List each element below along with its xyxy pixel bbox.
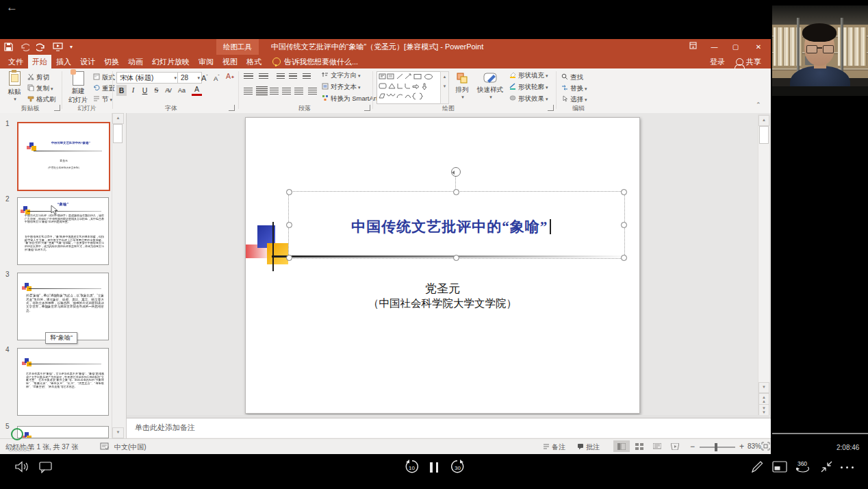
resize-handle-ne[interactable] xyxy=(621,189,627,195)
thumbnail-slide-4[interactable]: 艺术创作离不开“象喻”，文论评说也离不开“象喻”。“象喻”思维构成了文学审美批评… xyxy=(17,348,109,416)
rotate-360-icon[interactable]: 360 xyxy=(794,460,810,474)
resize-handle-n[interactable] xyxy=(453,189,459,195)
shrink-font-button[interactable]: Aˇ xyxy=(214,71,220,82)
text-direction-button[interactable]: 文字方向▾ xyxy=(322,71,361,80)
scrollbar-thumb[interactable] xyxy=(113,124,123,143)
minimize-button[interactable]: — xyxy=(704,39,725,55)
pause-button[interactable] xyxy=(430,462,438,473)
quick-styles-button[interactable]: 快速样式▾ xyxy=(475,72,505,100)
maximize-button[interactable]: ▢ xyxy=(725,39,746,55)
thumbnail-slide-1[interactable]: 中国传统文艺批评中的“象喻” 党圣元 （中国社会科学院大学文学院） xyxy=(17,122,110,191)
thumbnail-scrollbar[interactable]: ▲ ▼ xyxy=(112,113,123,438)
layout-button[interactable]: 版式▾ xyxy=(93,72,119,82)
comments-toggle-button[interactable]: 批注 xyxy=(577,442,600,452)
slide-author[interactable]: 党圣元 xyxy=(246,281,639,297)
clear-formatting-button[interactable]: A✦ xyxy=(226,71,235,82)
align-left-icon[interactable] xyxy=(244,88,253,95)
clipboard-dialog-launcher[interactable] xyxy=(54,105,60,111)
align-text-button[interactable]: 对齐文本▾ xyxy=(322,83,361,92)
forward-30-icon[interactable]: 30 xyxy=(450,460,465,475)
font-color-button[interactable]: A xyxy=(192,85,202,96)
zoom-out-button[interactable]: − xyxy=(690,442,695,451)
fit-to-window-icon[interactable] xyxy=(761,442,770,451)
spellcheck-icon[interactable] xyxy=(100,442,109,451)
resize-handle-se[interactable] xyxy=(621,255,627,261)
slide-title[interactable]: 中国传统文艺批评中的“象喻” xyxy=(280,217,622,236)
bold-button[interactable]: B xyxy=(116,85,127,96)
scroll-up-icon[interactable]: ▲ xyxy=(758,115,769,126)
resize-handle-nw[interactable] xyxy=(286,189,292,195)
decrease-indent-icon[interactable] xyxy=(277,73,285,80)
resize-handle-w[interactable] xyxy=(286,222,292,228)
tab-insert[interactable]: 插入 xyxy=(52,55,75,68)
resize-handle-e[interactable] xyxy=(621,222,627,228)
thumbnail-slide-2[interactable]: “象喻” 中国古代文论批评（或曰中国诗学）思想脉络滋生繁衍历久，涵容广大深厚，体… xyxy=(17,197,109,265)
volume-icon[interactable] xyxy=(15,461,30,473)
rotate-handle[interactable] xyxy=(451,167,461,177)
pen-icon[interactable] xyxy=(750,460,764,474)
font-dialog-launcher[interactable] xyxy=(229,105,235,111)
notes-toggle-button[interactable]: 备注 xyxy=(543,442,565,452)
font-name-combobox[interactable]: 宋体 (标题)▾ xyxy=(116,72,179,84)
tab-design[interactable]: 设计 xyxy=(76,55,99,68)
change-case-button[interactable]: Aa xyxy=(177,85,187,96)
format-painter-button[interactable]: 格式刷 xyxy=(27,94,56,104)
line-spacing-icon[interactable] xyxy=(303,73,311,80)
tab-home[interactable]: 开始 xyxy=(28,55,51,68)
bullets-icon[interactable] xyxy=(244,73,253,80)
rewind-10-icon[interactable]: 10 xyxy=(404,460,420,475)
picture-in-picture-icon[interactable] xyxy=(772,461,787,473)
shapes-gallery-scroll[interactable]: ▲▼ xyxy=(440,71,449,104)
scroll-down-icon[interactable]: ▼ xyxy=(758,382,769,393)
slide-sorter-view-button[interactable] xyxy=(631,440,648,452)
align-right-icon[interactable] xyxy=(270,88,279,95)
tab-format[interactable]: 格式 xyxy=(242,55,266,68)
distribute-icon[interactable] xyxy=(294,88,303,95)
increase-indent-icon[interactable] xyxy=(289,73,297,80)
tab-animations[interactable]: 动画 xyxy=(124,55,147,68)
arrange-button[interactable]: 排列▾ xyxy=(452,72,472,100)
select-button[interactable]: 选择▾ xyxy=(561,94,587,104)
seek-bar[interactable] xyxy=(772,433,868,434)
ribbon-display-options-button[interactable] xyxy=(682,39,704,55)
share-button[interactable]: 共享 xyxy=(736,57,761,67)
zoom-slider-track[interactable] xyxy=(700,447,735,448)
shape-effects-button[interactable]: 形状效果▾ xyxy=(509,95,548,103)
replace-button[interactable]: 替换▾ xyxy=(561,83,587,93)
paragraph-dialog-launcher[interactable] xyxy=(364,105,370,111)
new-slide-button[interactable]: 新建 幻灯片 xyxy=(66,71,90,105)
save-icon[interactable] xyxy=(4,42,13,51)
slide-canvas[interactable]: 中国传统文艺批评中的“象喻” 党圣元 （中国社会科学院大学文学院） xyxy=(245,117,640,414)
language-indicator[interactable]: 中文(中国) xyxy=(114,442,146,452)
back-arrow-icon[interactable]: ← xyxy=(6,1,18,14)
columns-icon[interactable] xyxy=(308,88,317,95)
drawing-dialog-launcher[interactable] xyxy=(548,105,554,111)
tab-view[interactable]: 视图 xyxy=(218,55,242,68)
notes-pane[interactable]: 单击此处添加备注 xyxy=(127,418,771,438)
tell-me-box[interactable]: 告诉我您想要做什么... xyxy=(272,55,358,68)
qat-dropdown-icon[interactable]: ▾ xyxy=(70,44,73,50)
font-size-combobox[interactable]: 28▾ xyxy=(177,72,202,84)
find-button[interactable]: 查找 xyxy=(561,72,583,82)
copy-button[interactable]: 复制▾ xyxy=(27,83,53,93)
undo-icon[interactable] xyxy=(20,43,29,51)
scrollbar-thumb[interactable] xyxy=(759,126,769,144)
thumbnail-slide-3[interactable]: 所谓“象喻”，是以“观物取象”为起点，以“取象比类”、“立象尽意”为目的，通过象… xyxy=(17,273,109,340)
slide-scrollbar[interactable]: ▲ ▼ ▲▲ ▼▼ xyxy=(758,114,770,415)
close-button[interactable]: ✕ xyxy=(746,39,771,55)
zoom-level[interactable]: 83% xyxy=(748,442,761,450)
grow-font-button[interactable]: Aˆ xyxy=(201,71,208,82)
thumbnail-slide-5[interactable] xyxy=(17,426,109,438)
cut-button[interactable]: 剪切 xyxy=(27,72,49,82)
redo-icon[interactable] xyxy=(36,43,46,51)
tab-review[interactable]: 审阅 xyxy=(194,55,218,68)
tab-slideshow[interactable]: 幻灯片放映 xyxy=(148,55,194,68)
align-center-icon[interactable] xyxy=(256,86,268,96)
sign-in-button[interactable]: 登录 xyxy=(710,57,725,67)
shapes-gallery[interactable] xyxy=(376,71,441,104)
shape-outline-button[interactable]: 形状轮廓▾ xyxy=(509,83,548,92)
section-button[interactable]: 节▾ xyxy=(93,94,112,104)
more-options-icon[interactable] xyxy=(841,466,854,468)
zoom-slider-thumb[interactable] xyxy=(715,443,717,451)
exit-fullscreen-icon[interactable] xyxy=(820,460,833,473)
